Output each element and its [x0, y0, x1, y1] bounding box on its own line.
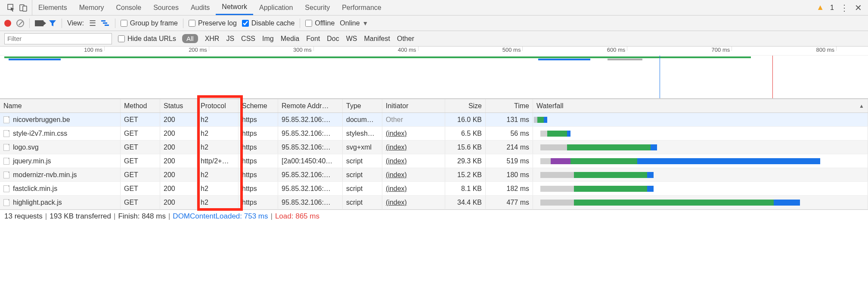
table-row[interactable]: modernizr-nvb.min.jsGET200h2https95.85.3…	[0, 168, 868, 182]
overview-bar	[538, 59, 590, 60]
tab-audits[interactable]: Audits	[185, 0, 216, 15]
column-header-remoteaddr[interactable]: Remote Addr…	[278, 99, 343, 112]
timeline-overview[interactable]: 100 ms200 ms300 ms400 ms500 ms600 ms700 …	[0, 47, 868, 99]
table-row[interactable]: fastclick.min.jsGET200h2https95.85.32.10…	[0, 182, 868, 196]
column-header-size[interactable]: Size	[445, 99, 486, 112]
filter-type-js[interactable]: JS	[226, 35, 234, 43]
svg-rect-3	[101, 20, 105, 22]
table-row[interactable]: nicoverbruggen.beGET200h2https95.85.32.1…	[0, 113, 868, 127]
status-bar: 13 requests | 193 KB transferred | Finis…	[0, 209, 868, 222]
group-by-frame-checkbox[interactable]: Group by frame	[121, 19, 178, 27]
initiator-link[interactable]: (index)	[386, 199, 407, 206]
tab-application[interactable]: Application	[253, 0, 299, 15]
cell: (index)	[382, 141, 445, 154]
cell: h2	[197, 141, 239, 154]
table-row[interactable]: jquery.min.jsGET200http/2+…https[2a00:14…	[0, 154, 868, 168]
table-row[interactable]: logo.svgGET200h2https95.85.32.106:…svg+x…	[0, 141, 868, 154]
kebab-menu-icon[interactable]: ⋮	[840, 3, 849, 13]
cell: http/2+…	[197, 154, 239, 168]
record-button[interactable]	[4, 20, 11, 27]
chevron-down-icon: ▼	[363, 20, 369, 27]
filter-type-doc[interactable]: Doc	[327, 35, 339, 43]
column-header-initiator[interactable]: Initiator	[382, 99, 445, 112]
column-header-method[interactable]: Method	[121, 99, 160, 112]
tab-elements[interactable]: Elements	[32, 0, 73, 15]
status-load: Load: 865 ms	[275, 212, 319, 221]
close-icon[interactable]: ✕	[855, 3, 862, 13]
cell: 200	[160, 182, 197, 195]
cell: 15.2 KB	[445, 168, 486, 181]
tab-sources[interactable]: Sources	[147, 0, 185, 15]
tab-network[interactable]: Network	[216, 0, 253, 15]
screenshot-icon[interactable]	[35, 20, 43, 26]
large-rows-icon[interactable]: ☰	[89, 19, 96, 28]
network-table: NameMethodStatusProtocolSchemeRemote Add…	[0, 99, 868, 209]
cell: https	[239, 113, 278, 126]
cell: h2	[197, 196, 239, 209]
cell: (index)	[382, 182, 445, 195]
request-name: logo.svg	[13, 144, 39, 151]
table-row[interactable]: style-i2v7.min.cssGET200h2https95.85.32.…	[0, 127, 868, 141]
file-icon	[3, 144, 9, 151]
waterfall-view-icon[interactable]	[101, 20, 110, 27]
divider: |	[45, 212, 47, 221]
column-header-protocol[interactable]: Protocol	[197, 99, 239, 112]
cell: 180 ms	[486, 168, 533, 181]
cell: h2	[197, 168, 239, 181]
divider: |	[270, 212, 272, 221]
initiator-link[interactable]: (index)	[386, 144, 407, 151]
initiator-link[interactable]: (index)	[386, 157, 407, 165]
column-header-time[interactable]: Time	[486, 99, 533, 112]
waterfall-cell	[533, 141, 868, 154]
filter-type-img[interactable]: Img	[262, 35, 274, 43]
column-header-scheme[interactable]: Scheme	[239, 99, 278, 112]
throttling-select[interactable]: Online▼	[340, 19, 368, 27]
filter-type-manifest[interactable]: Manifest	[364, 35, 390, 43]
column-header-name[interactable]: Name	[0, 99, 121, 112]
file-icon	[3, 199, 9, 206]
tabs-list: ElementsMemoryConsoleSourcesAuditsNetwor…	[32, 0, 388, 15]
column-header-status[interactable]: Status	[160, 99, 197, 112]
cell: (index)	[382, 127, 445, 140]
filter-type-ws[interactable]: WS	[346, 35, 357, 43]
cell: 8.1 KB	[445, 182, 486, 195]
filter-type-xhr[interactable]: XHR	[205, 35, 220, 43]
tab-console[interactable]: Console	[110, 0, 147, 15]
initiator-link[interactable]: (index)	[386, 130, 407, 137]
filter-input[interactable]	[4, 33, 112, 44]
cell: 34.4 KB	[445, 196, 486, 209]
select-element-icon[interactable]	[7, 3, 16, 12]
tab-security[interactable]: Security	[299, 0, 336, 15]
offline-checkbox[interactable]: Offline	[305, 19, 335, 27]
disable-cache-checkbox[interactable]: Disable cache	[242, 19, 295, 27]
cell: h2	[197, 182, 239, 195]
svg-rect-5	[105, 25, 109, 26]
column-header-waterfall[interactable]: Waterfall▲	[533, 99, 868, 112]
filter-toggle-icon[interactable]	[49, 19, 56, 27]
waterfall-cell	[533, 182, 868, 195]
cell: 16.0 KB	[445, 113, 486, 126]
filter-type-media[interactable]: Media	[281, 35, 300, 43]
request-name: nicoverbruggen.be	[13, 116, 70, 124]
cell: 200	[160, 127, 197, 140]
table-row[interactable]: highlight.pack.jsGET200h2https95.85.32.1…	[0, 196, 868, 209]
tab-memory[interactable]: Memory	[73, 0, 110, 15]
view-label: View:	[67, 19, 84, 27]
preserve-log-checkbox[interactable]: Preserve log	[189, 19, 237, 27]
column-header-type[interactable]: Type	[343, 99, 382, 112]
filter-type-css[interactable]: CSS	[241, 35, 255, 43]
tab-performance[interactable]: Performance	[336, 0, 388, 15]
filter-type-font[interactable]: Font	[306, 35, 320, 43]
warning-icon[interactable]: ▲	[816, 3, 824, 12]
cell: 95.85.32.106:…	[278, 168, 343, 181]
initiator-link[interactable]: (index)	[386, 171, 407, 179]
filter-type-all[interactable]: All	[182, 34, 198, 43]
clear-button[interactable]	[16, 19, 24, 27]
hide-data-urls-checkbox[interactable]: Hide data URLs	[118, 35, 176, 43]
device-toggle-icon[interactable]	[19, 3, 28, 12]
ruler-tick: 800 ms	[0, 47, 837, 51]
overview-bar	[608, 59, 642, 60]
cell: jquery.min.js	[0, 154, 121, 168]
filter-type-other[interactable]: Other	[397, 35, 414, 43]
initiator-link[interactable]: (index)	[386, 185, 407, 193]
